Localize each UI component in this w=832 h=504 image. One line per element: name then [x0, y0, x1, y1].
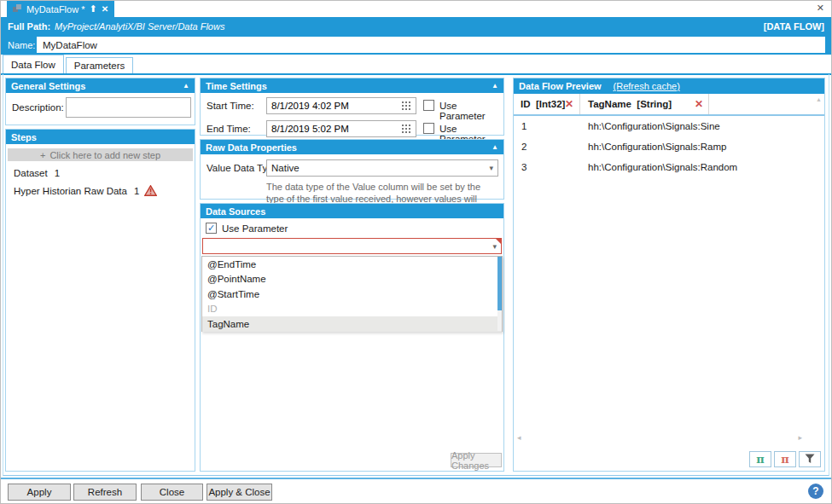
general-settings-title: General Settings: [11, 81, 85, 91]
tab-data-flow[interactable]: Data Flow: [3, 55, 64, 73]
option-id: ID: [202, 302, 502, 317]
data-sources-header: Data Sources: [201, 204, 503, 218]
scroll-up-icon[interactable]: ▲: [816, 96, 822, 102]
apply-and-close-button[interactable]: Apply & Close: [207, 484, 272, 501]
dataflow-icon: [13, 4, 22, 14]
raw-data-properties-title: Raw Data Properties: [206, 142, 297, 153]
pin-home-icon[interactable]: ⬆: [89, 4, 96, 14]
filter-exclude-button[interactable]: π: [774, 451, 796, 467]
filter-button[interactable]: [799, 451, 821, 467]
step-item-dataset[interactable]: Dataset 1: [6, 165, 195, 182]
refresh-button[interactable]: Refresh: [73, 484, 137, 501]
tab-parameters[interactable]: Parameters: [66, 57, 133, 73]
check-icon: ✓: [207, 223, 215, 233]
step-name: Dataset: [14, 168, 48, 178]
steps-title: Steps: [11, 132, 37, 142]
option-pointname[interactable]: @PointName: [202, 272, 502, 287]
name-label: Name:: [8, 40, 35, 50]
start-time-use-parameter-checkbox[interactable]: [423, 100, 434, 111]
data-flow-preview-title: Data Flow Preview: [519, 81, 602, 91]
tab-close-icon[interactable]: ✕: [102, 5, 108, 14]
column-divider: [708, 94, 709, 114]
column-header-tagname[interactable]: TagName [String]: [588, 99, 672, 109]
end-time-use-parameter-checkbox[interactable]: [423, 123, 434, 134]
full-path-value: MyProject/AnalytiX/BI Server/Data Flows: [55, 21, 224, 32]
table-row[interactable]: 3 hh:\Configuration\Signals:Random: [514, 157, 824, 177]
type-badge: [DATA FLOW]: [764, 21, 824, 32]
full-path-bar: Full Path: MyProject/AnalytiX/BI Server/…: [1, 17, 831, 35]
table-row[interactable]: 2 hh:\Configuration\Signals:Ramp: [514, 136, 824, 157]
titlebar: MyDataFlow * ⬆ ✕ ✕: [1, 1, 831, 17]
collapse-icon[interactable]: ▲: [492, 83, 498, 90]
scrollbar-thumb[interactable]: [497, 257, 502, 310]
funnel-icon: [805, 454, 815, 466]
use-parameter-checkbox-checked[interactable]: ✓: [206, 223, 217, 234]
close-button[interactable]: Close: [141, 484, 203, 501]
use-parameter-label: Use Parameter: [222, 223, 288, 234]
step-item-hyper-historian[interactable]: Hyper Historian Raw Data 1: [6, 182, 195, 200]
apply-changes-button[interactable]: Apply Changes: [451, 453, 502, 467]
parameter-dropdown-list: @EndTime @PointName @StartTime ID TagNam…: [201, 256, 503, 332]
use-parameter-label: Use Parameter: [439, 101, 503, 121]
description-input[interactable]: [66, 97, 191, 118]
column-divider: [579, 94, 580, 114]
value-data-type-row: Value Data Type: Native ▾ The data type …: [201, 159, 503, 204]
steps-panel: Steps + Click here to add new step Datas…: [5, 129, 195, 472]
dropdown-scrollbar[interactable]: [497, 257, 502, 331]
general-settings-header[interactable]: General Settings ▲: [6, 78, 195, 93]
start-time-label: Start Time:: [207, 101, 254, 111]
calendar-icon[interactable]: [402, 125, 410, 135]
option-tagname[interactable]: TagName: [202, 316, 502, 332]
help-icon[interactable]: ?: [808, 484, 823, 499]
document-tab-title: MyDataFlow *: [26, 4, 84, 14]
value-data-type-value: Native: [271, 163, 300, 173]
name-bar: Name:: [1, 35, 831, 55]
general-settings-panel: General Settings ▲ Description:: [5, 78, 195, 125]
apply-button[interactable]: Apply: [8, 484, 71, 501]
delete-column-icon[interactable]: ✕: [565, 98, 573, 110]
filter-include-icon: π: [756, 453, 765, 466]
dataflow-editor-window: MyDataFlow * ⬆ ✕ ✕ Full Path: MyProject/…: [0, 0, 832, 504]
time-settings-panel: Time Settings ▲ Start Time: Use Paramete…: [200, 78, 504, 136]
delete-column-icon[interactable]: ✕: [695, 98, 703, 110]
raw-data-properties-panel: Raw Data Properties ▲ Value Data Type: N…: [200, 139, 504, 200]
add-step-button[interactable]: + Click here to add new step: [8, 148, 193, 161]
refresh-cache-link[interactable]: (Refresh cache): [614, 81, 680, 91]
warning-icon: [144, 185, 157, 196]
parameter-combobox-error[interactable]: ▾: [202, 238, 502, 254]
option-starttime[interactable]: @StartTime: [202, 287, 502, 302]
calendar-icon[interactable]: [402, 101, 410, 112]
start-time-row: Start Time: Use Parameter: [201, 97, 503, 116]
window-close-icon[interactable]: ✕: [817, 3, 824, 13]
option-endtime[interactable]: @EndTime: [202, 257, 502, 272]
grid-column-header-row: ID [Int32] ✕ TagName [String] ✕: [514, 94, 824, 116]
table-row[interactable]: 1 hh:\Configuration\Signals:Sine: [514, 116, 824, 136]
step-name: Hyper Historian Raw Data: [14, 186, 127, 196]
column-header-id[interactable]: ID [Int32]: [521, 99, 565, 109]
validation-error-marker: [496, 239, 501, 244]
collapse-icon[interactable]: ▲: [492, 144, 498, 151]
cell-id: 3: [521, 162, 527, 172]
data-flow-preview-panel: Data Flow Preview (Refresh cache) ID [In…: [513, 78, 825, 472]
cell-tagname: hh:\Configuration\Signals:Ramp: [588, 142, 726, 152]
add-step-label: Click here to add new step: [49, 150, 160, 160]
value-data-type-select[interactable]: Native ▾: [266, 159, 498, 177]
scroll-right-icon[interactable]: ▸: [798, 433, 802, 442]
start-time-input[interactable]: [266, 97, 416, 114]
filter-include-button[interactable]: π: [749, 451, 771, 467]
end-time-row: End Time: Use Parameter: [201, 120, 503, 139]
end-time-label: End Time:: [207, 124, 251, 134]
add-icon: +: [40, 150, 45, 160]
steps-header: Steps: [6, 130, 195, 144]
name-input[interactable]: [37, 37, 825, 53]
data-sources-panel: Data Sources ✓ Use Parameter ▾ @EndTime …: [200, 203, 504, 472]
time-settings-header[interactable]: Time Settings ▲: [201, 78, 503, 93]
data-sources-title: Data Sources: [206, 206, 265, 217]
raw-data-properties-header[interactable]: Raw Data Properties ▲: [201, 140, 503, 154]
cell-tagname: hh:\Configuration\Signals:Random: [588, 162, 737, 172]
collapse-icon[interactable]: ▲: [183, 83, 189, 90]
scroll-left-icon[interactable]: ◂: [517, 433, 521, 442]
step-count: 1: [134, 186, 139, 196]
document-tab[interactable]: MyDataFlow * ⬆ ✕: [7, 1, 114, 17]
end-time-input[interactable]: [266, 120, 416, 137]
